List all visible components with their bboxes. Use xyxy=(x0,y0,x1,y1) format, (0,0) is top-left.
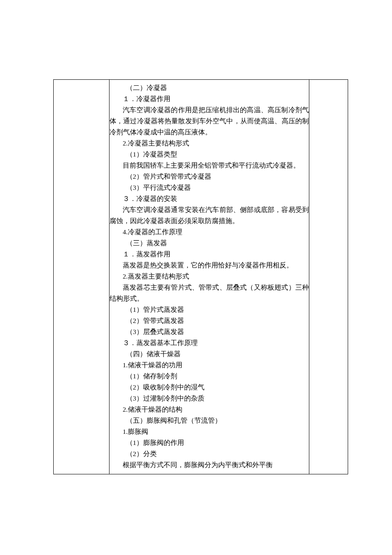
item-condenser-structure: 2.冷凝器主要结构形式 xyxy=(110,138,309,149)
item-evap-principle: ３．蒸发器基本工作原理 xyxy=(110,337,309,349)
para-evap-structure: 蒸发器芯主要有管片式、管带式、层叠式（又称板翅式）三种结构形式。 xyxy=(110,282,309,304)
para-condenser-install: 汽车空调冷凝器通常安装在汽车前部、侧部或底部，容易受到腐蚀，因此冷凝器表面必须采… xyxy=(110,204,309,227)
layout-table: （二）冷凝器 １．冷凝器作用 汽车空调冷凝器的作用是把压缩机排出的高温、高压制冷… xyxy=(53,79,348,474)
subitem-tubefin: （2）管片式和管带式冷凝器 xyxy=(110,171,309,182)
table-col-content: （二）冷凝器 １．冷凝器作用 汽车空调冷凝器的作用是把压缩机排出的高温、高压制冷… xyxy=(110,80,309,474)
heading-condenser: （二）冷凝器 xyxy=(110,82,309,93)
subitem-parallelflow: （3）平行流式冷凝器 xyxy=(110,182,309,193)
item-drier-structure: 2.储液干燥器的结构 xyxy=(110,404,309,415)
heading-evaporator: （三）蒸发器 xyxy=(110,238,309,249)
subitem-evap-laminate: （3）层叠式蒸发器 xyxy=(110,326,309,337)
item-expansion-valve: 1.膨胀阀 xyxy=(110,426,309,437)
item-condenser-principle: 4.冷凝器的工作原理 xyxy=(110,227,309,238)
subitem-drier-store: （1）储存制冷剂 xyxy=(110,371,309,382)
heading-receiver-drier: （四）储液干燥器 xyxy=(110,349,309,360)
subitem-drier-filter: （3）过灌制冷剂中的杂质 xyxy=(110,393,309,404)
item-condenser-function: １．冷凝器作用 xyxy=(110,93,309,105)
para-condenser-function: 汽车空调冷凝器的作用是把压缩机排出的高温、高压制冷剂气体，通过冷凝器将热量散发到… xyxy=(110,105,309,138)
subitem-valve-function: （1）膨胀阀的作用 xyxy=(110,437,309,448)
body-text: （二）冷凝器 １．冷凝器作用 汽车空调冷凝器的作用是把压缩机排出的高温、高压制冷… xyxy=(110,80,309,474)
para-condenser-type: 目前我国轿车上主要采用全铝管带式和平行流动式冷凝器。 xyxy=(110,160,309,171)
subitem-condenser-type: （1）冷凝器类型 xyxy=(110,149,309,160)
subitem-drier-absorb: （2）吸收制冷剂中的湿气 xyxy=(110,382,309,393)
para-valve-classify: 根据平衡方式不同，膨胀阀分为内平衡式和外平衡 xyxy=(110,459,309,471)
para-evap-function: 蒸发器是热交换装置，它的作用恰好与冷凝器作用相反。 xyxy=(110,260,309,271)
table-col-left xyxy=(54,80,110,474)
item-evap-function: １．蒸发器作用 xyxy=(110,249,309,260)
item-drier-function: 1.储液干燥器的功用 xyxy=(110,360,309,371)
document-page: （二）冷凝器 １．冷凝器作用 汽车空调冷凝器的作用是把压缩机排出的高温、高压制冷… xyxy=(0,0,392,555)
subitem-evap-tubebelt: （2）管带式蒸发器 xyxy=(110,315,309,326)
subitem-evap-tubefin: （1）管片式蒸发器 xyxy=(110,304,309,315)
table-col-right xyxy=(309,80,348,474)
item-condenser-install: ３．冷凝器的安装 xyxy=(110,193,309,204)
item-evap-structure: 2.蒸发器主要结构形式 xyxy=(110,271,309,282)
subitem-valve-classify: （2）分类 xyxy=(110,448,309,459)
heading-expansion-valve: （五）膨胀阀和孔管（节流管） xyxy=(110,415,309,426)
